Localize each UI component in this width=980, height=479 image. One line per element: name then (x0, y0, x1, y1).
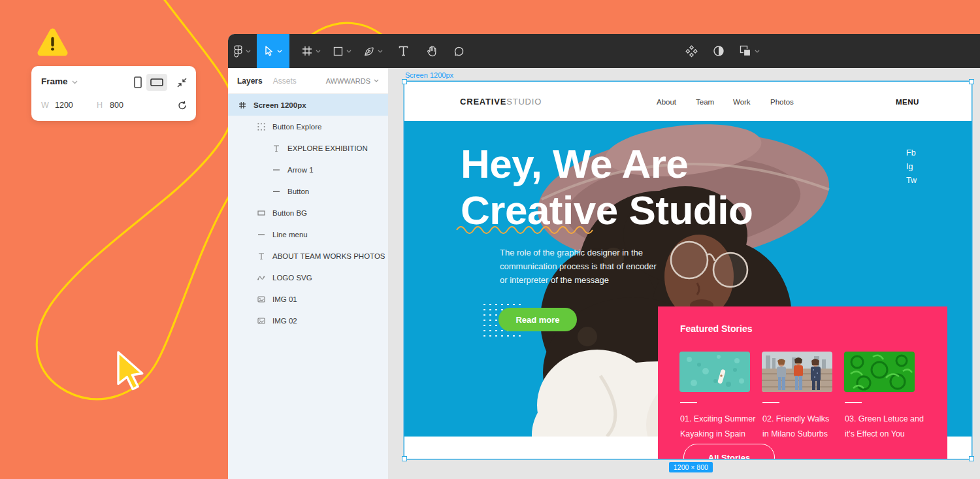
layer-row-arrow-1[interactable]: Arrow 1 (228, 159, 388, 180)
frame-tool-icon (302, 46, 312, 56)
layer-row-button-bg[interactable]: Button BG (228, 202, 388, 223)
group-layer-icon (257, 122, 266, 131)
frame-properties-panel: Frame W 1200 H 800 (31, 66, 196, 121)
layer-row-about-team-works-photos[interactable]: ABOUT TEAM WORKS PHOTOS (228, 245, 388, 267)
tab-assets[interactable]: Assets (273, 76, 297, 86)
project-dropdown[interactable]: AWWWARDS (326, 77, 379, 85)
mask-icon[interactable] (713, 45, 725, 57)
story-thumbnail-lettuce (844, 352, 915, 392)
text-tool-icon (399, 46, 408, 56)
text-layer-icon (257, 252, 266, 260)
chevron-down-icon (374, 79, 379, 82)
line-layer-icon (257, 230, 266, 239)
hand-tool-icon (426, 45, 437, 57)
move-tool-button[interactable] (257, 34, 289, 68)
comment-tool-button[interactable] (444, 34, 473, 68)
caption-line: 03. Green Letuce and (845, 412, 924, 427)
selection-handle-bottom-right[interactable] (969, 456, 974, 461)
selection-handle-top-right[interactable] (969, 79, 974, 84)
hero-title-line1: Hey, We Are (461, 140, 753, 187)
comment-icon (453, 46, 465, 57)
story-thumbnail-friends (762, 352, 832, 392)
selection-handle-bottom-left[interactable] (402, 456, 407, 461)
layer-row-line-menu[interactable]: Line menu (228, 223, 388, 245)
design-hero-paragraph: The role of the graphic designer in the … (500, 246, 657, 287)
rectangle-tool-icon (333, 46, 343, 56)
logo-light: STUDIO (506, 97, 542, 107)
image-layer-icon (257, 316, 266, 325)
layer-label: Button BG (272, 209, 307, 217)
caption-line: 02. Friendly Walks (762, 412, 829, 427)
boolean-group-icon (740, 45, 751, 57)
all-stories-button: All Stories (683, 444, 775, 459)
rotate-button[interactable] (175, 98, 189, 112)
yellow-wave-underline (455, 224, 600, 236)
paragraph-line: The role of the graphic designer in the (500, 246, 657, 259)
layer-label: ABOUT TEAM WORKS PHOTOS (272, 252, 385, 260)
layer-row-screen-1200px[interactable]: Screen 1200px (228, 94, 388, 116)
toolbar (228, 34, 980, 68)
frame-layer-icon (238, 101, 247, 109)
warning-icon (37, 27, 69, 61)
figma-window: Layers Assets AWWWARDS Screen 1200px But… (228, 34, 980, 479)
paragraph-line: or interpreter of the message (500, 273, 657, 287)
design-nav-work: Work (733, 98, 751, 106)
design-featured-stories-card: Featured Stories (658, 306, 947, 459)
text-tool-button[interactable] (388, 34, 418, 68)
portrait-orientation-button[interactable] (131, 74, 145, 90)
layer-label: Button (287, 188, 309, 195)
layer-label: Screen 1200px (253, 101, 306, 109)
collapse-panel-button[interactable] (174, 74, 189, 90)
tab-layers[interactable]: Layers (237, 76, 263, 86)
frame-name-label[interactable]: Screen 1200px (405, 71, 453, 79)
boolean-group-button[interactable] (740, 45, 760, 57)
caption-line: Kayaking in Spain (680, 427, 755, 442)
rectangle-layer-icon (257, 208, 266, 217)
layer-row-img-02[interactable]: IMG 02 (228, 310, 388, 331)
height-field[interactable]: 800 (110, 101, 123, 110)
pen-tool-button[interactable] (357, 34, 388, 68)
chevron-down-icon (755, 50, 760, 53)
logo-bold: CREATIVE (460, 97, 506, 107)
social-tw: Tw (906, 174, 917, 188)
layer-row-img-01[interactable]: IMG 01 (228, 288, 388, 310)
canvas[interactable]: Screen 1200px CREATIVESTUDIO About Team … (388, 68, 980, 479)
design-frame-screen-1200px[interactable]: CREATIVESTUDIO About Team Work Photos ME… (404, 82, 972, 459)
line-layer-icon (272, 165, 281, 174)
component-icon[interactable] (685, 45, 698, 58)
layers-panel: Layers Assets AWWWARDS Screen 1200px But… (228, 68, 388, 479)
layer-label: IMG 01 (272, 295, 297, 303)
design-nav-about: About (657, 98, 676, 106)
story-divider (845, 402, 862, 403)
layer-label: IMG 02 (272, 317, 297, 325)
layer-row-explore-exhibition[interactable]: EXPLORE EXHIBITION (228, 137, 388, 159)
figma-logo-icon (234, 45, 242, 58)
selection-handle-top-left[interactable] (402, 79, 407, 84)
shape-tool-button[interactable] (327, 34, 357, 68)
story-divider (680, 402, 697, 403)
design-menu-label: MENU (896, 98, 919, 106)
chevron-down-icon (277, 50, 282, 53)
figma-menu-button[interactable] (228, 34, 257, 68)
chevron-down-icon (72, 80, 78, 84)
design-social-links: Fb Ig Tw (906, 146, 917, 188)
layer-label: Arrow 1 (287, 166, 314, 174)
pen-tool-icon (363, 46, 374, 57)
layer-row-button-explore[interactable]: Button Explore (228, 116, 388, 137)
move-cursor-icon (265, 46, 274, 56)
height-label: H (97, 101, 103, 110)
layer-label: EXPLORE EXHIBITION (287, 144, 368, 152)
frame-tool-button[interactable] (295, 34, 327, 68)
landscape-orientation-button[interactable] (146, 74, 167, 91)
layer-row-button[interactable]: Button (228, 180, 388, 202)
layer-label: Line menu (272, 231, 308, 239)
frame-size-badge: 1200 × 800 (669, 462, 713, 472)
width-field[interactable]: 1200 (55, 101, 73, 110)
image-layer-icon (257, 295, 266, 303)
hand-tool-button[interactable] (418, 34, 444, 68)
chevron-down-icon (316, 50, 321, 53)
frame-type-dropdown[interactable]: Frame (41, 76, 68, 86)
layer-row-logo-svg[interactable]: LOGO SVG (228, 267, 388, 288)
layer-label: LOGO SVG (272, 274, 312, 282)
desktop-stage: Frame W 1200 H 800 (0, 0, 980, 479)
